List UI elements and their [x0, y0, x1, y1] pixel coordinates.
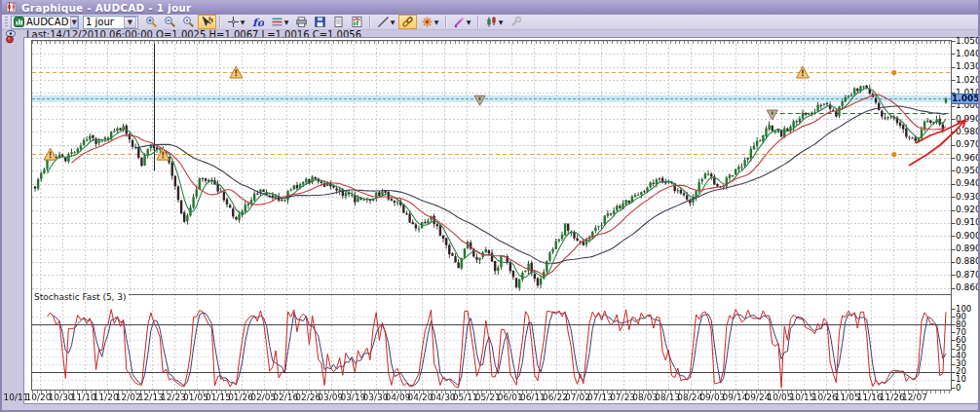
dropdown-arrow-icon: ▼	[284, 19, 289, 25]
date-tick-label: 04/20	[408, 393, 433, 402]
stochastic-label: Stochastic Fast (5, 3)	[32, 292, 129, 302]
chart-mini-icon	[14, 17, 24, 27]
date-tick-label: 08/24	[677, 393, 702, 402]
date-tick-label: 10/30	[49, 393, 74, 402]
date-tick-label: 12/13	[138, 393, 164, 402]
date-tick-label: 12/07	[902, 393, 927, 402]
toolbar-separator	[477, 16, 478, 28]
date-tick-label: 01/05	[183, 393, 208, 402]
date-tick-label: 12/02	[116, 393, 141, 402]
save-button[interactable]	[311, 15, 329, 29]
period-combo[interactable]: 1 jour ▼	[83, 16, 138, 29]
chart-style-button[interactable]: ▼	[481, 15, 507, 29]
dropdown-arrow-icon: ▼	[434, 19, 439, 25]
link-tool-button[interactable]	[398, 15, 417, 29]
date-tick-label: 09/14	[722, 393, 747, 402]
date-tick-label: 10/26	[812, 393, 838, 402]
chart-region: 1.05001.04001.03001.02001.01001.00000.99…	[23, 37, 979, 404]
indicators-button[interactable]: fo	[248, 15, 267, 29]
date-tick-label: 09/24	[745, 393, 771, 402]
date-tick-label: 01/15	[206, 393, 231, 402]
title-bar: Graphique - AUDCAD - 1 jour	[2, 0, 978, 15]
symbol-combo[interactable]: AUDCAD ▼	[11, 16, 79, 29]
dropdown-arrow-icon: ▼	[467, 19, 471, 25]
dropdown-arrow-icon: ▼	[241, 19, 245, 25]
date-tick-label: 07/13	[587, 393, 613, 402]
objects-tool-button[interactable]: ▼	[417, 15, 442, 29]
date-tick-label: 11/10	[71, 393, 96, 402]
date-tick-label: 03/30	[362, 393, 388, 402]
crosshair-button[interactable]: ▼	[223, 15, 248, 29]
print-button[interactable]	[292, 15, 311, 29]
chart-type-button[interactable]: ▼	[267, 15, 292, 29]
dropdown-arrow-icon: ▼	[391, 19, 396, 25]
date-tick-label: 07/23	[610, 393, 635, 402]
toolbar-grip[interactable]	[5, 17, 8, 28]
date-tick-label: 11/05	[835, 393, 860, 402]
app-icon	[5, 1, 18, 14]
toolbar-separator	[219, 16, 220, 28]
chart-window: Graphique - AUDCAD - 1 jour AUDCAD ▼ 1 j…	[0, 0, 980, 412]
period-combo-arrow-icon[interactable]: ▼	[124, 17, 136, 28]
date-tick-label: 02/16	[273, 393, 298, 402]
date-tick-label: 10/20	[26, 393, 52, 402]
date-tick-label: 11/26	[880, 393, 905, 402]
date-tick-label: 11/16	[857, 393, 883, 402]
date-tick-label: 09/03	[699, 393, 725, 402]
date-tick-label: 12/23	[161, 393, 186, 402]
date-tick-label: 02/26	[295, 393, 320, 402]
toolbar-separator	[445, 16, 446, 28]
zoom-reset-button[interactable]	[179, 15, 198, 29]
date-tick-label: 06/11	[520, 393, 546, 402]
date-tick-label: 08/03	[632, 393, 658, 402]
symbol-combo-arrow-icon[interactable]: ▼	[70, 17, 77, 28]
date-tick-label: 06/01	[498, 393, 523, 402]
date-tick-label: 03/09	[318, 393, 343, 402]
date-tick-label: 11/20	[94, 393, 119, 402]
toolbar-separator	[369, 16, 370, 28]
date-tick-label: 05/11	[453, 393, 478, 402]
date-tick-label: 04/09	[386, 393, 411, 402]
price-chart-canvas[interactable]	[24, 38, 980, 405]
toolbar: AUDCAD ▼ 1 jour ▼ ▼fo▼▼▼▼▼	[2, 15, 978, 30]
symbol-combo-value: AUDCAD	[24, 17, 70, 27]
date-tick-label: 02/05	[250, 393, 276, 402]
bottom-strip	[2, 404, 978, 412]
date-tick-label: 08/13	[655, 393, 680, 402]
window-title: Graphique - AUDCAD - 1 jour	[21, 2, 191, 14]
date-tick-label: 10/15	[790, 393, 815, 402]
preview-glasses-icon[interactable]	[5, 29, 19, 44]
templates-tool-button[interactable]: ▼	[449, 15, 474, 29]
report-button[interactable]	[329, 15, 348, 29]
date-tick-label: 05/21	[475, 393, 501, 402]
date-axis: 10/1110/2010/3011/1011/2012/0212/1312/23…	[2, 393, 980, 404]
current-price-tag: 1.0056	[951, 94, 980, 104]
date-tick-label: 03/19	[340, 393, 365, 402]
line-tool-button[interactable]: ▼	[373, 15, 398, 29]
period-combo-value: 1 jour	[84, 17, 124, 27]
zoom-out-button[interactable]	[161, 15, 179, 29]
date-tick-label: 10/05	[768, 393, 793, 402]
date-tick-label: 06/22	[543, 393, 568, 402]
date-tick-label: 04/30	[431, 393, 456, 402]
cursor-mode-button[interactable]	[198, 15, 216, 29]
date-tick-label: 07/02	[565, 393, 590, 402]
settings-button	[507, 15, 525, 29]
dropdown-arrow-icon: ▼	[499, 19, 504, 25]
zoom-in-button[interactable]	[142, 15, 161, 29]
date-tick-label: 10/11	[4, 393, 29, 402]
svg-text:fo: fo	[252, 17, 264, 29]
export-chart-button[interactable]	[348, 15, 366, 29]
date-tick-label: 01/26	[228, 393, 253, 402]
